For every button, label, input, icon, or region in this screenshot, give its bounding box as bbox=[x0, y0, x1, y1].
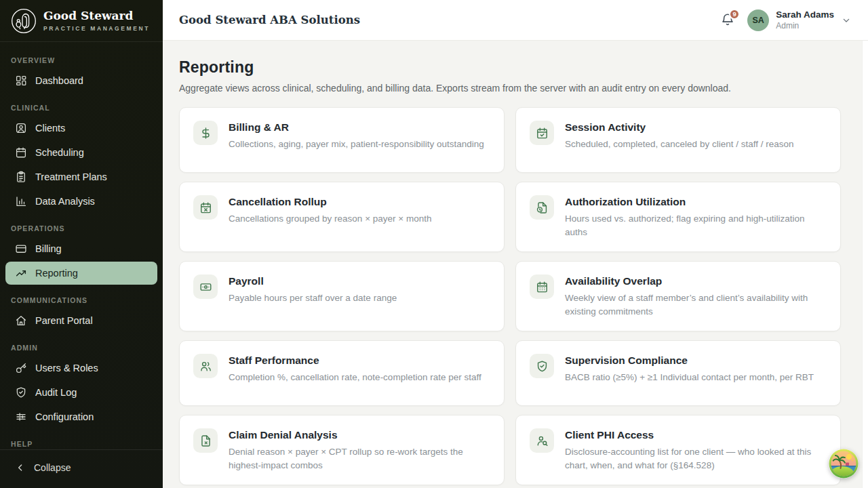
sidebar-item-label: Clients bbox=[35, 123, 65, 134]
card-description: Completion %, cancellation rate, note-co… bbox=[229, 371, 481, 384]
card-title: Staff Performance bbox=[229, 354, 481, 367]
users-icon bbox=[193, 354, 218, 378]
app-title: Good Steward ABA Solutions bbox=[179, 14, 360, 26]
collapse-button[interactable]: Collapse bbox=[5, 457, 157, 479]
topbar: Good Steward ABA Solutions 9 SA Sarah Ad… bbox=[163, 0, 868, 41]
sidebar-item-label: Parent Portal bbox=[35, 315, 93, 326]
sidebar-item-label: Dashboard bbox=[35, 75, 83, 86]
sidebar-item-label: Users & Roles bbox=[35, 363, 98, 373]
clipboard-icon bbox=[15, 171, 27, 183]
report-card-client-phi-access[interactable]: Client PHI Access Disclosure-accounting … bbox=[515, 415, 841, 485]
content: Reporting Aggregate views across clinica… bbox=[163, 41, 868, 488]
sidebar-item-label: Data Analysis bbox=[35, 196, 95, 207]
card-description: Payable hours per staff over a date rang… bbox=[229, 291, 397, 305]
report-card-billing-ar[interactable]: Billing & AR Collections, aging, payer m… bbox=[179, 107, 505, 173]
user-name: Sarah Adams bbox=[776, 9, 834, 20]
section-label-communications: COMMUNICATIONS bbox=[11, 296, 152, 304]
sidebar-item-billing[interactable]: Billing bbox=[5, 237, 157, 260]
card-description: Denial reason × payer × CPT rollup so re… bbox=[229, 445, 490, 472]
report-card-payroll[interactable]: Payroll Payable hours per staff over a d… bbox=[179, 261, 505, 331]
sidebar-item-audit-log[interactable]: Audit Log bbox=[5, 381, 157, 404]
sidebar-item-label: Reporting bbox=[35, 268, 78, 279]
user-role: Admin bbox=[776, 21, 834, 30]
card-description: Hours used vs. authorized; flag expiring… bbox=[565, 212, 827, 239]
sidebar: Good Steward PRACTICE MANAGEMENT OVERVIE… bbox=[0, 0, 163, 488]
brand: Good Steward PRACTICE MANAGEMENT bbox=[0, 0, 163, 42]
card-text: Claim Denial Analysis Denial reason × pa… bbox=[229, 428, 490, 472]
calendar-days-icon bbox=[530, 274, 554, 299]
notification-badge: 9 bbox=[729, 9, 740, 20]
report-card-supervision-compliance[interactable]: Supervision Compliance BACB ratio (≥5%) … bbox=[515, 340, 841, 406]
scrollbar-track[interactable] bbox=[862, 41, 868, 488]
sidebar-item-dashboard[interactable]: Dashboard bbox=[5, 69, 157, 92]
trending-up-icon bbox=[15, 267, 27, 279]
sidebar-item-scheduling[interactable]: Scheduling bbox=[5, 141, 157, 164]
report-card-grid: Billing & AR Collections, aging, payer m… bbox=[179, 107, 841, 485]
file-clock-icon bbox=[530, 195, 554, 220]
chevron-left-icon bbox=[15, 462, 26, 473]
card-title: Session Activity bbox=[565, 121, 793, 134]
collapse-bar: Collapse bbox=[0, 449, 163, 488]
section-label-admin: ADMIN bbox=[11, 344, 152, 352]
user-menu[interactable]: SA Sarah Adams Admin bbox=[747, 9, 852, 31]
clients-icon bbox=[15, 122, 27, 134]
sidebar-item-data-analysis[interactable]: Data Analysis bbox=[5, 190, 157, 213]
sidebar-item-label: Configuration bbox=[35, 411, 94, 422]
card-description: Cancellations grouped by reason × payer … bbox=[229, 212, 431, 226]
brand-name: Good Steward bbox=[43, 9, 150, 23]
sidebar-item-users-roles[interactable]: Users & Roles bbox=[5, 357, 157, 380]
card-text: Session Activity Scheduled, completed, c… bbox=[565, 121, 793, 151]
user-search-icon bbox=[530, 428, 554, 453]
card-text: Authorization Utilization Hours used vs.… bbox=[565, 195, 827, 239]
sidebar-item-reporting[interactable]: Reporting bbox=[5, 262, 157, 285]
card-text: Payroll Payable hours per staff over a d… bbox=[229, 274, 397, 305]
sidebar-item-treatment-plans[interactable]: Treatment Plans bbox=[5, 165, 157, 188]
calendar-x-icon bbox=[193, 195, 218, 220]
card-description: Weekly view of a staff member’s and clie… bbox=[565, 291, 827, 318]
report-card-cancellation-rollup[interactable]: Cancellation Rollup Cancellations groupe… bbox=[179, 182, 505, 252]
card-text: Availability Overlap Weekly view of a st… bbox=[565, 274, 827, 318]
card-description: BACB ratio (≥5%) + ≥1 Individual contact… bbox=[565, 371, 814, 384]
report-card-staff-performance[interactable]: Staff Performance Completion %, cancella… bbox=[179, 340, 505, 406]
card-text: Client PHI Access Disclosure-accounting … bbox=[565, 428, 827, 472]
tropical-island-button[interactable] bbox=[829, 449, 859, 479]
report-card-authorization-utilization[interactable]: Authorization Utilization Hours used vs.… bbox=[515, 182, 841, 252]
report-card-claim-denial-analysis[interactable]: Claim Denial Analysis Denial reason × pa… bbox=[179, 415, 505, 485]
sidebar-item-label: Audit Log bbox=[35, 387, 77, 398]
user-text: Sarah Adams Admin bbox=[776, 9, 834, 30]
banknote-icon bbox=[193, 274, 218, 299]
sidebar-item-parent-portal[interactable]: Parent Portal bbox=[5, 309, 157, 332]
card-title: Payroll bbox=[229, 275, 397, 287]
calendar-icon bbox=[15, 146, 27, 159]
card-title: Client PHI Access bbox=[565, 429, 827, 441]
card-title: Authorization Utilization bbox=[565, 196, 827, 208]
brand-tagline: PRACTICE MANAGEMENT bbox=[43, 25, 150, 32]
shield-check-icon bbox=[15, 386, 27, 399]
page-subtitle: Aggregate views across clinical, schedul… bbox=[179, 83, 841, 94]
card-title: Billing & AR bbox=[229, 121, 484, 134]
notifications-button[interactable]: 9 bbox=[720, 12, 736, 28]
credit-card-icon bbox=[15, 243, 27, 255]
card-text: Staff Performance Completion %, cancella… bbox=[229, 354, 481, 384]
sidebar-item-label: Billing bbox=[35, 243, 62, 254]
main-area: Good Steward ABA Solutions 9 SA Sarah Ad… bbox=[163, 0, 868, 488]
card-text: Supervision Compliance BACB ratio (≥5%) … bbox=[565, 354, 814, 384]
report-card-availability-overlap[interactable]: Availability Overlap Weekly view of a st… bbox=[515, 261, 841, 331]
penguin-logo-icon bbox=[11, 8, 37, 34]
calendar-check-icon bbox=[530, 121, 554, 145]
avatar: SA bbox=[747, 9, 769, 31]
card-description: Scheduled, completed, canceled by client… bbox=[565, 138, 793, 151]
file-x-icon bbox=[193, 428, 218, 453]
sidebar-item-clients[interactable]: Clients bbox=[5, 117, 157, 140]
card-title: Supervision Compliance bbox=[565, 354, 814, 367]
collapse-label: Collapse bbox=[34, 462, 71, 473]
card-description: Collections, aging, payer mix, patient-r… bbox=[229, 138, 484, 151]
sidebar-nav: OVERVIEW Dashboard CLINICAL Clients Sche… bbox=[0, 42, 163, 449]
sidebar-item-label: Treatment Plans bbox=[35, 171, 107, 182]
sliders-icon bbox=[15, 411, 27, 423]
report-card-session-activity[interactable]: Session Activity Scheduled, completed, c… bbox=[515, 107, 841, 173]
card-text: Billing & AR Collections, aging, payer m… bbox=[229, 121, 484, 151]
section-label-help: HELP bbox=[11, 440, 152, 448]
sidebar-item-configuration[interactable]: Configuration bbox=[5, 405, 157, 428]
card-text: Cancellation Rollup Cancellations groupe… bbox=[229, 195, 431, 226]
